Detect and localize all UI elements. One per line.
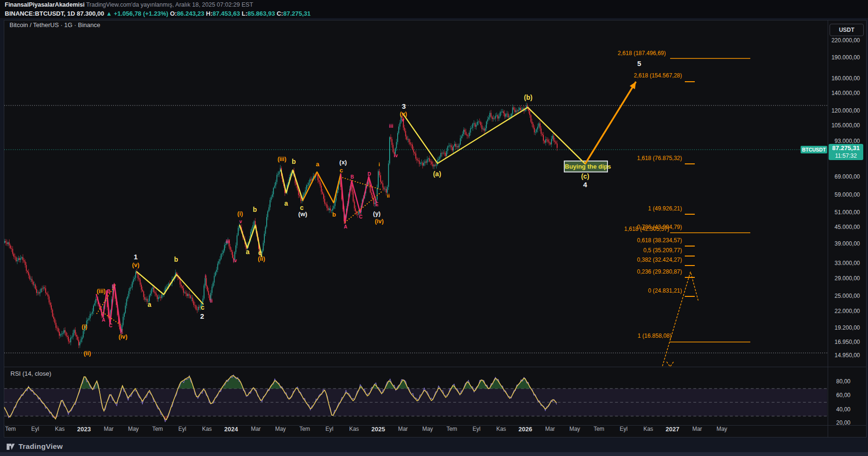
publish-line: FinansalPiyasalarAkademisi TradingView.c… bbox=[5, 1, 253, 8]
low-label: L: bbox=[242, 10, 247, 17]
close-value: 87.275,31 bbox=[283, 10, 311, 17]
high-value: 87.453,63 bbox=[213, 10, 242, 17]
low-value: 85.863,93 bbox=[248, 10, 277, 17]
bottom-strip bbox=[0, 452, 868, 456]
current-price-value: 87.275,31 bbox=[829, 144, 863, 152]
price-change: +1.056,78 (+1.23%) bbox=[114, 10, 170, 17]
symbol-ohlc-line: BINANCE:BTCUSDT, 1D 87.300,00 ▲ +1.056,7… bbox=[5, 10, 311, 17]
chart-legend-title[interactable]: Bitcoin / TetherUS · 1G · Binance bbox=[9, 21, 100, 28]
price-line-symbol-tag[interactable]: BTCUSDT bbox=[801, 146, 827, 153]
up-arrow-icon: ▲ bbox=[106, 10, 112, 17]
rsi-legend-title[interactable]: RSI (14, close) bbox=[10, 370, 51, 377]
current-price-badge[interactable]: 87.275,31 11:57:32 bbox=[829, 144, 863, 160]
chart-frame[interactable] bbox=[4, 20, 867, 437]
open-label: O: bbox=[170, 10, 177, 17]
bar-countdown: 11:57:32 bbox=[829, 152, 863, 159]
tradingview-mark-icon bbox=[6, 442, 16, 452]
symbol-label: BINANCE:BTCUSDT, 1D bbox=[5, 10, 75, 17]
rsi-pane-separator[interactable] bbox=[4, 367, 867, 367]
publish-info: TradingView.com'da yayınlanmış, Aralık 1… bbox=[84, 1, 253, 8]
high-label: H: bbox=[206, 10, 213, 17]
top-info-bar: FinansalPiyasalarAkademisi TradingView.c… bbox=[0, 0, 868, 18]
currency-usdt-button[interactable]: USDT bbox=[830, 24, 864, 36]
last-price: 87.300,00 bbox=[77, 10, 106, 17]
close-label: C: bbox=[277, 10, 283, 17]
price-axis-separator[interactable] bbox=[828, 20, 828, 437]
time-axis-separator[interactable] bbox=[4, 425, 867, 426]
author-name: FinansalPiyasalarAkademisi bbox=[5, 1, 84, 8]
tradingview-logo[interactable]: TradingView bbox=[6, 441, 63, 452]
tradingview-wordmark: TradingView bbox=[19, 442, 63, 451]
open-value: 86.243,23 bbox=[177, 10, 206, 17]
note-buying-the-dips[interactable]: Buying the dips bbox=[564, 161, 608, 172]
